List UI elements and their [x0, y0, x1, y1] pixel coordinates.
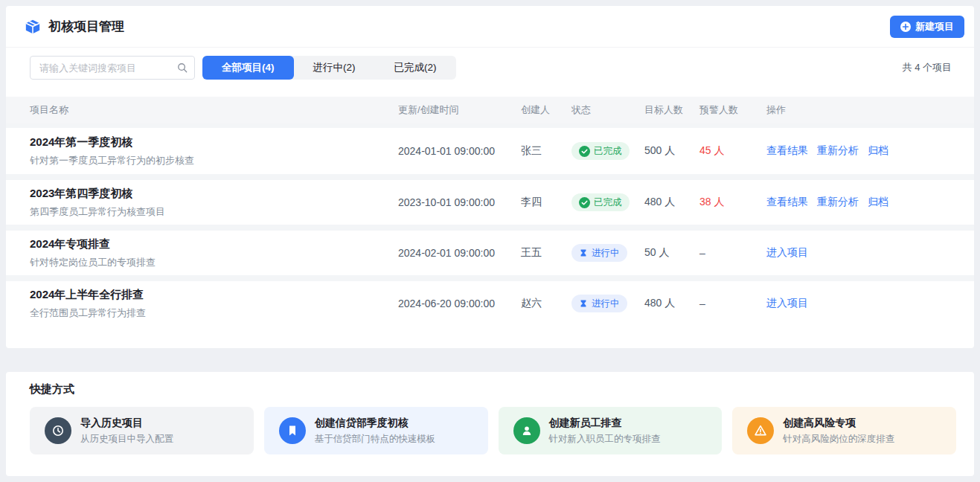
project-name: 2024年上半年全行排查: [30, 288, 398, 302]
row-actions: 查看结果重新分析归档: [766, 196, 974, 209]
card-desc: 针对高风险岗位的深度排查: [783, 433, 894, 446]
action-link-0[interactable]: 进入项目: [766, 246, 808, 260]
project-time: 2024-01-01 09:00:00: [398, 145, 521, 157]
project-creator: 李四: [521, 196, 571, 209]
shortcut-card[interactable]: 创建新员工排查 针对新入职员工的专项排查: [499, 407, 723, 454]
table-row: 2024年专项排查 针对特定岗位员工的专项排查 2024-02-01 09:00…: [6, 225, 974, 275]
status-badge: 进行中: [571, 244, 627, 262]
clock-icon: [45, 417, 71, 444]
action-link-0[interactable]: 进入项目: [766, 297, 808, 310]
col-header-actions: 操作: [766, 103, 974, 117]
page-title: 初核项目管理: [48, 18, 124, 35]
card-title: 创建新员工排查: [549, 417, 661, 430]
warning-icon: [747, 417, 774, 444]
col-header-name: 项目名称: [30, 103, 398, 117]
target-count: 50 人: [644, 246, 699, 260]
shortcut-cards: 导入历史项目 从历史项目中导入配置 创建信贷部季度初核 基于信贷部门特点的快速模…: [30, 407, 956, 454]
col-header-warning: 预警人数: [699, 103, 766, 117]
search-icon[interactable]: [177, 62, 188, 73]
target-count: 480 人: [644, 196, 699, 209]
project-creator: 王五: [521, 246, 571, 260]
search-box: [30, 56, 195, 80]
row-actions: 进入项目: [766, 246, 974, 260]
warning-count: –: [699, 247, 766, 259]
card-desc: 基于信贷部门特点的快速模板: [315, 433, 436, 446]
table-row: 2023年第四季度初核 第四季度员工异常行为核查项目 2023-10-01 09…: [6, 174, 974, 225]
col-header-creator: 创建人: [521, 103, 571, 117]
project-creator: 赵六: [521, 297, 571, 310]
project-name: 2024年专项排查: [30, 237, 398, 251]
status-icon: [579, 299, 588, 308]
action-link-0[interactable]: 查看结果: [766, 196, 808, 209]
shortcuts-title: 快捷方式: [30, 382, 956, 396]
box-icon: [25, 19, 41, 35]
action-link-0[interactable]: 查看结果: [766, 144, 808, 158]
tab-0[interactable]: 全部项目(4): [202, 56, 294, 80]
tab-1[interactable]: 进行中(2): [294, 56, 375, 80]
status-badge: 已完成: [571, 193, 630, 211]
bookmark-icon: [279, 417, 306, 444]
plus-circle-icon: [900, 22, 911, 32]
tabs: 全部项目(4)进行中(2)已完成(2): [202, 56, 456, 80]
table-header: 项目名称 更新/创建时间 创建人 状态 目标人数 预警人数 操作: [6, 97, 974, 123]
total-count: 共 4 个项目: [903, 61, 956, 74]
shortcut-card[interactable]: 创建高风险专项 针对高风险岗位的深度排查: [732, 407, 956, 454]
shortcuts-panel: 快捷方式 导入历史项目 从历史项目中导入配置 创建信贷部季度初核 基于信贷部门特…: [6, 372, 974, 476]
project-name: 2024年第一季度初核: [30, 135, 398, 150]
new-project-button[interactable]: 新建项目: [890, 16, 964, 38]
target-count: 480 人: [644, 297, 699, 310]
target-count: 500 人: [644, 144, 699, 158]
action-link-2[interactable]: 归档: [868, 144, 888, 158]
page-header: 初核项目管理 新建项目: [6, 6, 974, 48]
tab-2[interactable]: 已完成(2): [375, 56, 456, 80]
project-desc: 第四季度员工异常行为核查项目: [30, 205, 398, 219]
project-creator: 张三: [521, 144, 571, 158]
action-link-1[interactable]: 重新分析: [817, 144, 859, 158]
main-panel: 初核项目管理 新建项目 全部项目(4)进行中(2)已完成(2) 共 4 个项目 …: [6, 6, 974, 348]
warning-count: 45 人: [699, 144, 766, 158]
project-name: 2023年第四季度初核: [30, 187, 398, 201]
card-title: 创建信贷部季度初核: [315, 417, 436, 430]
project-desc: 针对特定岗位员工的专项排查: [30, 256, 398, 269]
shortcut-card[interactable]: 导入历史项目 从历史项目中导入配置: [30, 407, 254, 454]
search-input[interactable]: [30, 56, 195, 80]
status-badge: 已完成: [571, 142, 630, 160]
col-header-time: 更新/创建时间: [398, 103, 521, 117]
status-badge: 进行中: [571, 295, 627, 312]
table-row: 2024年上半年全行排查 全行范围员工异常行为排查 2024-06-20 09:…: [6, 275, 974, 326]
row-actions: 进入项目: [766, 297, 974, 310]
shortcut-card[interactable]: 创建信贷部季度初核 基于信贷部门特点的快速模板: [264, 407, 488, 454]
project-desc: 针对第一季度员工异常行为的初步核查: [30, 154, 398, 167]
status-icon: [579, 146, 590, 157]
col-header-target: 目标人数: [644, 103, 699, 117]
project-desc: 全行范围员工异常行为排查: [30, 306, 398, 320]
warning-count: –: [699, 298, 766, 309]
action-link-2[interactable]: 归档: [868, 196, 888, 209]
card-desc: 针对新入职员工的专项排查: [549, 433, 661, 446]
project-time: 2024-02-01 09:00:00: [398, 247, 521, 259]
table-row: 2024年第一季度初核 针对第一季度员工异常行为的初步核查 2024-01-01…: [6, 123, 974, 174]
col-header-status: 状态: [571, 103, 644, 117]
status-icon: [579, 197, 590, 208]
card-title: 创建高风险专项: [783, 417, 894, 430]
table-body: 2024年第一季度初核 针对第一季度员工异常行为的初步核查 2024-01-01…: [6, 123, 974, 326]
toolbar: 全部项目(4)进行中(2)已完成(2) 共 4 个项目: [30, 56, 956, 80]
card-desc: 从历史项目中导入配置: [80, 433, 173, 446]
user-icon: [513, 417, 540, 444]
action-link-1[interactable]: 重新分析: [817, 196, 859, 209]
warning-count: 38 人: [699, 196, 766, 209]
status-icon: [579, 248, 588, 257]
card-title: 导入历史项目: [80, 417, 173, 430]
row-actions: 查看结果重新分析归档: [766, 144, 974, 158]
project-time: 2024-06-20 09:00:00: [398, 298, 521, 309]
project-time: 2023-10-01 09:00:00: [398, 196, 521, 208]
